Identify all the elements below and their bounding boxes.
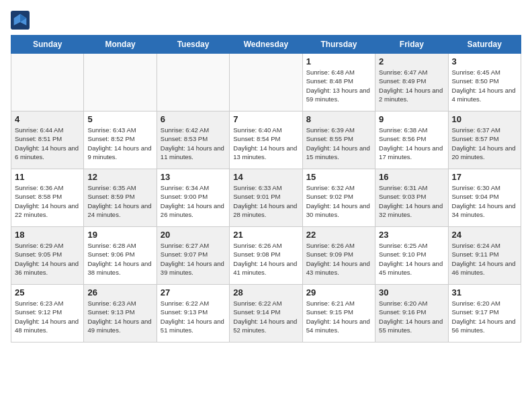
day-info: Sunrise: 6:31 AM Sunset: 9:03 PM Dayligh…: [379, 183, 444, 219]
day-header-wednesday: Wednesday: [230, 36, 302, 54]
day-info: Sunrise: 6:28 AM Sunset: 9:06 PM Dayligh…: [87, 241, 152, 277]
day-number: 12: [87, 172, 152, 182]
day-header-thursday: Thursday: [302, 36, 375, 54]
day-cell: 31Sunrise: 6:20 AM Sunset: 9:17 PM Dayli…: [448, 285, 521, 342]
day-number: 9: [379, 114, 444, 124]
day-info: Sunrise: 6:25 AM Sunset: 9:10 PM Dayligh…: [379, 241, 444, 277]
week-row-4: 18Sunrise: 6:29 AM Sunset: 9:05 PM Dayli…: [11, 227, 521, 285]
day-cell: [84, 54, 157, 111]
day-number: 7: [233, 114, 298, 124]
day-info: Sunrise: 6:47 AM Sunset: 8:49 PM Dayligh…: [379, 68, 444, 103]
logo-icon: [11, 11, 30, 30]
week-row-3: 11Sunrise: 6:36 AM Sunset: 8:58 PM Dayli…: [11, 169, 521, 227]
day-cell: [230, 54, 302, 111]
day-cell: 6Sunrise: 6:42 AM Sunset: 8:53 PM Daylig…: [157, 111, 229, 169]
calendar-table: SundayMondayTuesdayWednesdayThursdayFrid…: [11, 35, 521, 342]
day-info: Sunrise: 6:44 AM Sunset: 8:51 PM Dayligh…: [15, 126, 80, 161]
page-header: [11, 11, 521, 30]
day-cell: 23Sunrise: 6:25 AM Sunset: 9:10 PM Dayli…: [375, 227, 448, 285]
day-info: Sunrise: 6:30 AM Sunset: 9:04 PM Dayligh…: [452, 183, 517, 219]
day-info: Sunrise: 6:24 AM Sunset: 9:11 PM Dayligh…: [452, 241, 517, 277]
day-cell: 26Sunrise: 6:23 AM Sunset: 9:13 PM Dayli…: [84, 285, 157, 342]
logo: [11, 11, 34, 30]
day-cell: 21Sunrise: 6:26 AM Sunset: 9:08 PM Dayli…: [230, 227, 302, 285]
day-header-saturday: Saturday: [448, 36, 521, 54]
day-number: 16: [379, 172, 444, 182]
day-cell: 24Sunrise: 6:24 AM Sunset: 9:11 PM Dayli…: [448, 227, 521, 285]
day-number: 27: [161, 287, 226, 298]
day-header-friday: Friday: [375, 36, 448, 54]
day-number: 10: [452, 114, 517, 124]
day-cell: 3Sunrise: 6:45 AM Sunset: 8:50 PM Daylig…: [448, 54, 521, 111]
day-number: 19: [87, 230, 152, 240]
calendar-header-row: SundayMondayTuesdayWednesdayThursdayFrid…: [11, 36, 521, 54]
day-number: 18: [15, 230, 80, 240]
day-number: 13: [161, 172, 226, 182]
day-number: 8: [306, 114, 371, 124]
day-number: 2: [379, 56, 444, 66]
day-cell: 18Sunrise: 6:29 AM Sunset: 9:05 PM Dayli…: [11, 227, 84, 285]
day-info: Sunrise: 6:39 AM Sunset: 8:55 PM Dayligh…: [306, 126, 371, 161]
day-info: Sunrise: 6:34 AM Sunset: 9:00 PM Dayligh…: [161, 183, 226, 219]
day-cell: 28Sunrise: 6:22 AM Sunset: 9:14 PM Dayli…: [230, 285, 302, 342]
day-info: Sunrise: 6:45 AM Sunset: 8:50 PM Dayligh…: [452, 68, 517, 103]
week-row-2: 4Sunrise: 6:44 AM Sunset: 8:51 PM Daylig…: [11, 111, 521, 169]
day-info: Sunrise: 6:37 AM Sunset: 8:57 PM Dayligh…: [452, 126, 517, 161]
day-cell: 1Sunrise: 6:48 AM Sunset: 8:48 PM Daylig…: [302, 54, 375, 111]
day-cell: 9Sunrise: 6:38 AM Sunset: 8:56 PM Daylig…: [375, 111, 448, 169]
day-number: 3: [452, 56, 517, 66]
day-info: Sunrise: 6:36 AM Sunset: 8:58 PM Dayligh…: [15, 183, 80, 219]
day-cell: 8Sunrise: 6:39 AM Sunset: 8:55 PM Daylig…: [302, 111, 375, 169]
day-cell: 13Sunrise: 6:34 AM Sunset: 9:00 PM Dayli…: [157, 169, 229, 227]
day-number: 30: [379, 287, 444, 298]
day-number: 1: [306, 56, 371, 66]
day-number: 4: [15, 114, 80, 124]
day-header-monday: Monday: [84, 36, 157, 54]
day-cell: [157, 54, 229, 111]
day-info: Sunrise: 6:22 AM Sunset: 9:14 PM Dayligh…: [233, 299, 298, 334]
day-info: Sunrise: 6:26 AM Sunset: 9:08 PM Dayligh…: [233, 241, 298, 277]
day-cell: 14Sunrise: 6:33 AM Sunset: 9:01 PM Dayli…: [230, 169, 302, 227]
day-header-tuesday: Tuesday: [157, 36, 229, 54]
day-info: Sunrise: 6:21 AM Sunset: 9:15 PM Dayligh…: [306, 299, 371, 334]
day-number: 22: [306, 230, 371, 240]
day-number: 20: [161, 230, 226, 240]
day-number: 29: [306, 287, 371, 298]
day-info: Sunrise: 6:48 AM Sunset: 8:48 PM Dayligh…: [306, 68, 371, 103]
day-number: 6: [161, 114, 226, 124]
day-number: 23: [379, 230, 444, 240]
day-info: Sunrise: 6:35 AM Sunset: 8:59 PM Dayligh…: [87, 183, 152, 219]
day-cell: 17Sunrise: 6:30 AM Sunset: 9:04 PM Dayli…: [448, 169, 521, 227]
day-number: 31: [452, 287, 517, 298]
day-header-sunday: Sunday: [11, 36, 84, 54]
day-number: 24: [452, 230, 517, 240]
day-info: Sunrise: 6:40 AM Sunset: 8:54 PM Dayligh…: [233, 126, 298, 161]
day-info: Sunrise: 6:38 AM Sunset: 8:56 PM Dayligh…: [379, 126, 444, 161]
day-cell: 12Sunrise: 6:35 AM Sunset: 8:59 PM Dayli…: [84, 169, 157, 227]
week-row-5: 25Sunrise: 6:23 AM Sunset: 9:12 PM Dayli…: [11, 285, 521, 342]
day-number: 5: [87, 114, 152, 124]
day-number: 21: [233, 230, 298, 240]
day-number: 28: [233, 287, 298, 298]
day-cell: [11, 54, 84, 111]
day-number: 17: [452, 172, 517, 182]
day-info: Sunrise: 6:42 AM Sunset: 8:53 PM Dayligh…: [161, 126, 226, 161]
day-info: Sunrise: 6:23 AM Sunset: 9:12 PM Dayligh…: [15, 299, 80, 334]
day-info: Sunrise: 6:26 AM Sunset: 9:09 PM Dayligh…: [306, 241, 371, 277]
day-cell: 29Sunrise: 6:21 AM Sunset: 9:15 PM Dayli…: [302, 285, 375, 342]
day-info: Sunrise: 6:20 AM Sunset: 9:17 PM Dayligh…: [452, 299, 517, 334]
day-cell: 7Sunrise: 6:40 AM Sunset: 8:54 PM Daylig…: [230, 111, 302, 169]
day-cell: 15Sunrise: 6:32 AM Sunset: 9:02 PM Dayli…: [302, 169, 375, 227]
day-number: 26: [87, 287, 152, 298]
day-cell: 16Sunrise: 6:31 AM Sunset: 9:03 PM Dayli…: [375, 169, 448, 227]
day-info: Sunrise: 6:22 AM Sunset: 9:13 PM Dayligh…: [161, 299, 226, 334]
day-info: Sunrise: 6:23 AM Sunset: 9:13 PM Dayligh…: [87, 299, 152, 334]
day-cell: 20Sunrise: 6:27 AM Sunset: 9:07 PM Dayli…: [157, 227, 229, 285]
day-number: 25: [15, 287, 80, 298]
day-cell: 4Sunrise: 6:44 AM Sunset: 8:51 PM Daylig…: [11, 111, 84, 169]
day-cell: 22Sunrise: 6:26 AM Sunset: 9:09 PM Dayli…: [302, 227, 375, 285]
day-cell: 10Sunrise: 6:37 AM Sunset: 8:57 PM Dayli…: [448, 111, 521, 169]
day-info: Sunrise: 6:32 AM Sunset: 9:02 PM Dayligh…: [306, 183, 371, 219]
day-cell: 2Sunrise: 6:47 AM Sunset: 8:49 PM Daylig…: [375, 54, 448, 111]
day-info: Sunrise: 6:27 AM Sunset: 9:07 PM Dayligh…: [161, 241, 226, 277]
